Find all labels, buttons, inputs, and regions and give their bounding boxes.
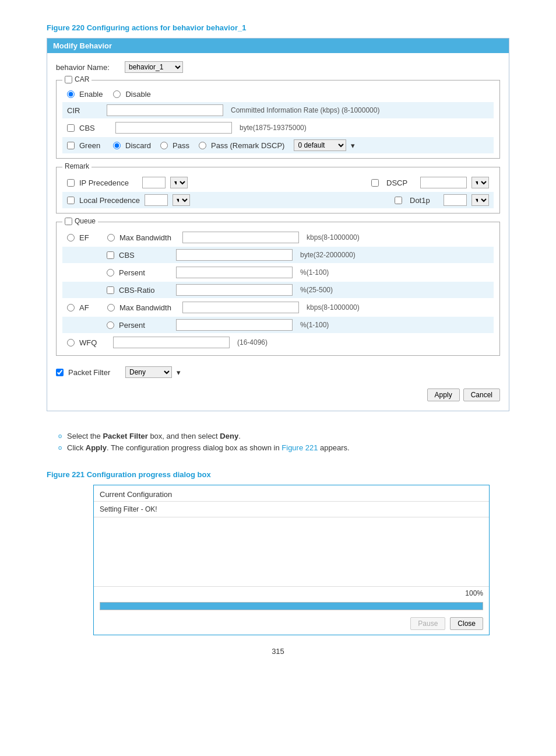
- ip-precedence-input[interactable]: [142, 177, 166, 188]
- dot1p-select[interactable]: ▾: [471, 194, 489, 206]
- local-precedence-select[interactable]: ▾: [173, 194, 190, 206]
- cancel-button[interactable]: Cancel: [463, 388, 500, 401]
- af-maxbw-input[interactable]: [182, 302, 299, 313]
- af-radio[interactable]: [67, 304, 75, 312]
- af-persent-radio[interactable]: [107, 321, 114, 329]
- packet-filter-checkbox[interactable]: [56, 369, 64, 376]
- af-maxbw-hint: kbps(8-1000000): [307, 303, 360, 312]
- wfq-input[interactable]: [113, 337, 230, 348]
- packet-filter-label: Packet Filter: [68, 368, 121, 377]
- dot1p-input[interactable]: [444, 194, 467, 206]
- ef-maxbw-hint: kbps(8-1000000): [307, 233, 360, 242]
- ip-precedence-checkbox[interactable]: [67, 179, 75, 187]
- figure-221-title: Figure 221 Configuration progress dialog…: [47, 470, 509, 479]
- af-maxbw-label: Max Bandwidth: [119, 303, 178, 312]
- cbs-input[interactable]: [115, 122, 232, 134]
- ef-persent-label: Persent: [119, 268, 171, 277]
- figure-220-title: Figure 220 Configuring actions for behav…: [47, 23, 509, 32]
- ef-persent-radio[interactable]: [107, 269, 114, 276]
- packet-filter-select[interactable]: DenyPermit: [125, 366, 172, 378]
- current-config-label: Current Configuration: [100, 490, 172, 499]
- green-checkbox[interactable]: [67, 142, 75, 149]
- af-persent-input[interactable]: [176, 319, 293, 331]
- cbs-hint: byte(1875-19375000): [240, 124, 307, 132]
- packet-filter-dropdown-icon: ▾: [177, 368, 181, 377]
- cbs-checkbox[interactable]: [67, 124, 75, 132]
- af-maxbw-radio[interactable]: [107, 304, 115, 312]
- cir-hint: Committed Information Rate (kbps) (8-100…: [231, 106, 379, 114]
- cir-input[interactable]: [107, 104, 223, 116]
- green-discard-label: Discard: [125, 141, 151, 150]
- figure-221-link[interactable]: Figure 221: [281, 443, 318, 452]
- car-enable-label: Enable: [79, 90, 103, 99]
- local-precedence-label: Local Precedence: [79, 196, 140, 205]
- green-pass-label: Pass: [173, 141, 189, 150]
- close-button[interactable]: Close: [450, 617, 483, 630]
- af-persent-hint: %(1-100): [300, 321, 329, 329]
- ip-precedence-label: IP Precedence: [79, 178, 138, 187]
- panel-header: Modify Behavior: [47, 38, 509, 53]
- ef-maxbw-label: Max Bandwidth: [119, 233, 178, 242]
- green-dropdown-icon: ▾: [351, 141, 355, 150]
- ef-radio[interactable]: [67, 234, 75, 242]
- cbs-ratio-label: CBS-Ratio: [119, 286, 171, 295]
- car-enable-radio[interactable]: [67, 90, 75, 98]
- af-label: AF: [79, 303, 103, 312]
- setting-text: Setting Filter - OK!: [100, 505, 483, 513]
- ef-cbs-checkbox[interactable]: [107, 251, 114, 259]
- ef-persent-hint: %(1-100): [300, 268, 329, 276]
- green-pass-radio[interactable]: [160, 142, 168, 149]
- cir-label: CIR: [67, 106, 102, 115]
- bullet-item-2: Click Apply. The configuration progress …: [58, 443, 498, 452]
- car-checkbox[interactable]: [65, 76, 72, 83]
- ef-cbs-hint: byte(32-2000000): [300, 251, 356, 259]
- green-label: Green: [79, 141, 108, 150]
- progress-bar-fill: [100, 603, 483, 610]
- pause-button[interactable]: Pause: [410, 617, 445, 630]
- remark-label: Remark: [65, 162, 89, 170]
- green-discard-radio[interactable]: [113, 142, 121, 149]
- wfq-label: WFQ: [79, 338, 108, 347]
- green-pass-remark-label: Pass (Remark DSCP): [211, 141, 284, 150]
- cbs-ratio-hint: %(25-500): [300, 286, 333, 294]
- wfq-radio[interactable]: [67, 339, 75, 346]
- car-disable-label: Disable: [125, 90, 150, 99]
- green-pass-remark-radio[interactable]: [199, 142, 206, 149]
- ef-maxbw-input[interactable]: [182, 232, 299, 243]
- ef-label: EF: [79, 233, 103, 242]
- wfq-hint: (16-4096): [237, 338, 268, 346]
- ip-precedence-select[interactable]: ▾: [170, 177, 188, 188]
- dscp-label: DSCP: [386, 178, 416, 187]
- dscp-checkbox[interactable]: [371, 179, 379, 187]
- behavior-name-select[interactable]: behavior_1: [125, 61, 183, 73]
- queue-label: Queue: [75, 217, 96, 225]
- car-disable-radio[interactable]: [113, 90, 121, 98]
- ef-cbs-label: CBS: [119, 251, 171, 260]
- bullet-item-1: Select the Packet Filter box, and then s…: [58, 432, 498, 440]
- ef-maxbw-radio[interactable]: [107, 234, 115, 242]
- dot1p-label: Dot1p: [410, 196, 439, 205]
- green-default-select[interactable]: 0 default: [294, 139, 346, 151]
- dot1p-checkbox[interactable]: [395, 197, 402, 204]
- cbs-label: CBS: [79, 124, 111, 132]
- local-precedence-input[interactable]: [145, 194, 168, 206]
- dscp-input[interactable]: [420, 177, 467, 188]
- ef-cbs-input[interactable]: [176, 249, 293, 261]
- dscp-select[interactable]: ▾: [471, 177, 489, 188]
- page-number: 315: [47, 647, 509, 656]
- ef-persent-input[interactable]: [176, 267, 293, 278]
- behavior-name-label: behavior Name:: [56, 63, 120, 72]
- cbs-ratio-checkbox[interactable]: [107, 286, 114, 294]
- figure-221-panel: Current Configuration Setting Filter - O…: [93, 485, 490, 635]
- af-persent-label: Persent: [119, 321, 171, 330]
- modify-behavior-panel: Modify Behavior behavior Name: behavior_…: [47, 38, 509, 411]
- cbs-ratio-input[interactable]: [176, 284, 293, 296]
- queue-checkbox[interactable]: [65, 218, 72, 225]
- apply-button[interactable]: Apply: [427, 388, 460, 401]
- car-label: CAR: [75, 75, 89, 83]
- progress-percent: 100%: [465, 589, 483, 597]
- local-precedence-checkbox[interactable]: [67, 197, 75, 204]
